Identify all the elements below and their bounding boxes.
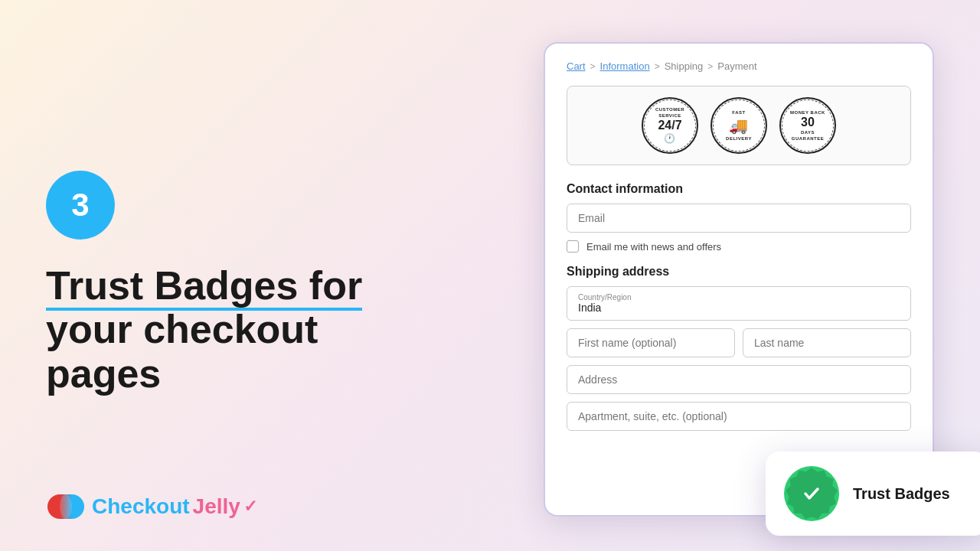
breadcrumb-information[interactable]: Information (600, 60, 650, 72)
shipping-section-label: Shipping address (567, 265, 911, 279)
contact-section-label: Contact information (567, 182, 911, 196)
logo-jelly-text: Jelly (193, 494, 240, 519)
step-number: 3 (71, 187, 89, 223)
trust-badge-card: Trust Badges (766, 452, 980, 536)
newsletter-label: Email me with news and offers (586, 241, 721, 253)
badge-customer-service: CUSTOMER SERVICE 24/7 🕐 (642, 97, 698, 154)
checkmark-svg (796, 478, 827, 509)
last-name-field[interactable] (743, 328, 911, 357)
country-label: Country/Region (578, 293, 900, 302)
address-field[interactable] (567, 365, 911, 394)
breadcrumb: Cart > Information > Shipping > Payment (567, 60, 911, 72)
logo-icon (46, 487, 86, 527)
green-badge-icon (784, 466, 839, 521)
breadcrumb-shipping[interactable]: Shipping (665, 60, 704, 72)
title-line2: your checkout (46, 307, 318, 351)
first-name-field[interactable] (567, 328, 735, 357)
trust-badges-box: CUSTOMER SERVICE 24/7 🕐 FAST 🚚 DELIVERY (567, 86, 911, 165)
apt-field[interactable] (567, 402, 911, 431)
newsletter-row: Email me with news and offers (567, 240, 911, 253)
country-value: India (578, 302, 900, 314)
badge-fast-delivery: FAST 🚚 DELIVERY (710, 97, 767, 154)
logo-text: Checkout Jelly ✓ (92, 494, 257, 519)
step-circle: 3 (46, 171, 115, 240)
country-field[interactable]: Country/Region India (567, 286, 911, 321)
breadcrumb-cart[interactable]: Cart (567, 60, 586, 72)
logo-area: Checkout Jelly ✓ (46, 487, 257, 527)
checkout-panel: Cart > Information > Shipping > Payment … (544, 42, 934, 517)
breadcrumb-sep1: > (590, 61, 596, 72)
title-line1: Trust Badges for (46, 263, 362, 311)
title-line3: pages (46, 351, 161, 396)
svg-point-3 (60, 494, 72, 519)
breadcrumb-sep2: > (655, 61, 660, 72)
trust-badge-label: Trust Badges (853, 485, 950, 503)
newsletter-checkbox[interactable] (567, 240, 579, 253)
badge-money-back: MONEY BACK 30 DAYS GUARANTEE (779, 97, 836, 154)
main-title: Trust Badges for your checkout pages (46, 264, 429, 396)
name-fields-group (567, 328, 911, 357)
logo-checkout-text: Checkout (92, 494, 190, 519)
breadcrumb-payment[interactable]: Payment (717, 60, 756, 72)
left-panel: 3 Trust Badges for your checkout pages C… (0, 0, 475, 551)
svg-marker-4 (798, 480, 825, 507)
logo-checkmark: ✓ (243, 497, 257, 517)
email-field[interactable] (567, 204, 911, 233)
breadcrumb-sep3: > (707, 61, 713, 72)
